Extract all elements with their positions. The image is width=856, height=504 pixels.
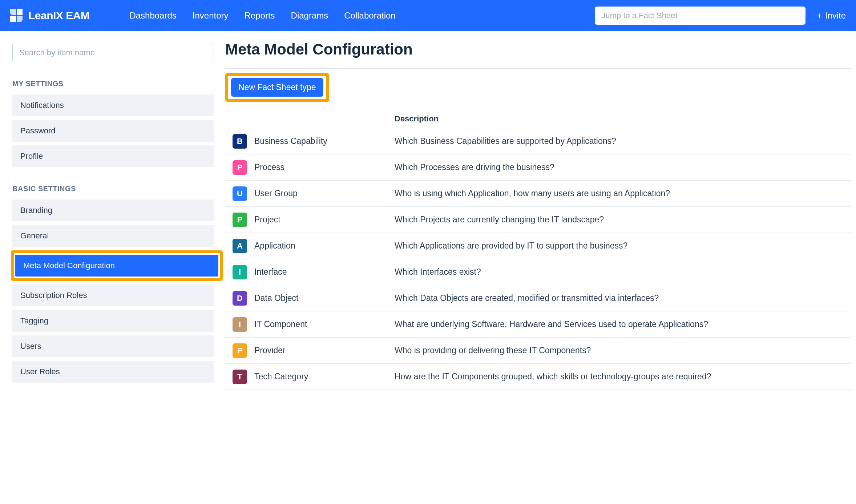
table-header: Description <box>225 110 852 128</box>
sidebar-item-branding[interactable]: Branding <box>12 199 214 221</box>
plus-icon: + <box>816 11 822 20</box>
type-badge-icon: D <box>233 291 247 306</box>
main-content: Meta Model Configuration New Fact Sheet … <box>225 31 856 404</box>
sidebar-item-user-roles[interactable]: User Roles <box>12 361 214 383</box>
type-name: Tech Category <box>254 372 308 382</box>
nav-collaboration[interactable]: Collaboration <box>344 11 395 21</box>
divider <box>225 68 852 69</box>
sidebar-item-users[interactable]: Users <box>12 335 214 357</box>
type-name: Data Object <box>254 293 298 303</box>
type-description: Who is providing or delivering these IT … <box>395 346 852 355</box>
type-badge-icon: B <box>233 134 247 149</box>
type-badge-icon: I <box>233 265 247 279</box>
nav-inventory[interactable]: Inventory <box>193 11 229 21</box>
sidebar-item-password[interactable]: Password <box>12 120 214 142</box>
new-fact-sheet-highlight: New Fact Sheet type <box>225 73 329 102</box>
sidebar-item-general[interactable]: General <box>12 225 214 247</box>
sidebar-item-profile[interactable]: Profile <box>12 145 214 167</box>
table-row[interactable]: DData ObjectWhich Data Objects are creat… <box>225 285 852 311</box>
nav-diagrams[interactable]: Diagrams <box>291 11 328 21</box>
type-description: Which Processes are driving the business… <box>395 162 852 172</box>
type-name: Process <box>254 162 284 172</box>
type-name: Provider <box>254 346 286 355</box>
type-description: What are underlying Software, Hardware a… <box>395 319 852 329</box>
type-badge-icon: A <box>233 239 247 253</box>
table-row[interactable]: PProviderWho is providing or delivering … <box>225 338 852 364</box>
sidebar-item-subscription-roles[interactable]: Subscription Roles <box>12 285 214 306</box>
top-nav: Dashboards Inventory Reports Diagrams Co… <box>129 11 395 21</box>
type-badge-icon: P <box>233 160 247 175</box>
top-bar: LeanIX EAM Dashboards Inventory Reports … <box>0 0 856 31</box>
new-fact-sheet-type-button[interactable]: New Fact Sheet type <box>231 78 323 97</box>
nav-reports[interactable]: Reports <box>245 11 275 21</box>
type-description: Which Projects are currently changing th… <box>395 215 852 225</box>
table-row[interactable]: TTech CategoryHow are the IT Components … <box>225 364 852 390</box>
type-badge-icon: P <box>233 343 247 358</box>
type-name: Interface <box>254 267 287 277</box>
invite-label: Invite <box>825 11 846 21</box>
fact-sheet-type-list: BBusiness CapabilityWhich Business Capab… <box>225 128 852 390</box>
table-row[interactable]: UUser GroupWho is using which Applicatio… <box>225 181 852 207</box>
nav-dashboards[interactable]: Dashboards <box>129 11 176 21</box>
table-row[interactable]: IInterfaceWhich Interfaces exist? <box>225 259 852 285</box>
type-description: Which Data Objects are created, modified… <box>395 293 852 303</box>
table-row[interactable]: BBusiness CapabilityWhich Business Capab… <box>225 128 852 154</box>
type-description: Which Business Capabilities are supporte… <box>395 136 852 146</box>
type-description: Who is using which Application, how many… <box>395 189 852 198</box>
brand-area[interactable]: LeanIX EAM <box>10 9 89 22</box>
type-name: Project <box>254 215 280 225</box>
type-description: How are the IT Components grouped, which… <box>395 372 852 382</box>
type-name: Business Capability <box>254 136 327 146</box>
table-row[interactable]: PProcessWhich Processes are driving the … <box>225 154 852 181</box>
fact-sheet-search-input[interactable] <box>595 7 805 25</box>
sidebar: MY SETTINGS Notifications Password Profi… <box>0 31 225 404</box>
brand-name: LeanIX EAM <box>28 9 89 22</box>
type-description: Which Interfaces exist? <box>395 267 852 277</box>
table-row[interactable]: PProjectWhich Projects are currently cha… <box>225 207 852 233</box>
table-row[interactable]: IIT ComponentWhat are underlying Softwar… <box>225 311 852 338</box>
type-badge-icon: T <box>233 370 247 384</box>
sidebar-item-meta-model-configuration[interactable]: Meta Model Configuration <box>15 255 218 277</box>
sidebar-group-my-settings-title: MY SETTINGS <box>12 80 213 88</box>
page-title: Meta Model Configuration <box>225 41 852 58</box>
table-row[interactable]: AApplicationWhich Applications are provi… <box>225 233 852 259</box>
col-description-header: Description <box>395 114 852 124</box>
sidebar-group-basic-settings-title: BASIC SETTINGS <box>12 185 213 193</box>
sidebar-item-tagging[interactable]: Tagging <box>12 310 214 332</box>
type-name: Application <box>254 241 295 251</box>
type-badge-icon: U <box>233 186 247 201</box>
type-name: User Group <box>254 189 298 198</box>
sidebar-item-notifications[interactable]: Notifications <box>12 94 214 116</box>
logo-icon <box>10 9 23 22</box>
type-description: Which Applications are provided by IT to… <box>395 241 852 251</box>
invite-button[interactable]: + Invite <box>816 11 846 21</box>
type-name: IT Component <box>254 319 307 329</box>
type-badge-icon: P <box>233 213 247 227</box>
sidebar-highlight: Meta Model Configuration <box>11 250 223 281</box>
type-badge-icon: I <box>233 317 247 332</box>
sidebar-search-input[interactable] <box>12 43 214 62</box>
